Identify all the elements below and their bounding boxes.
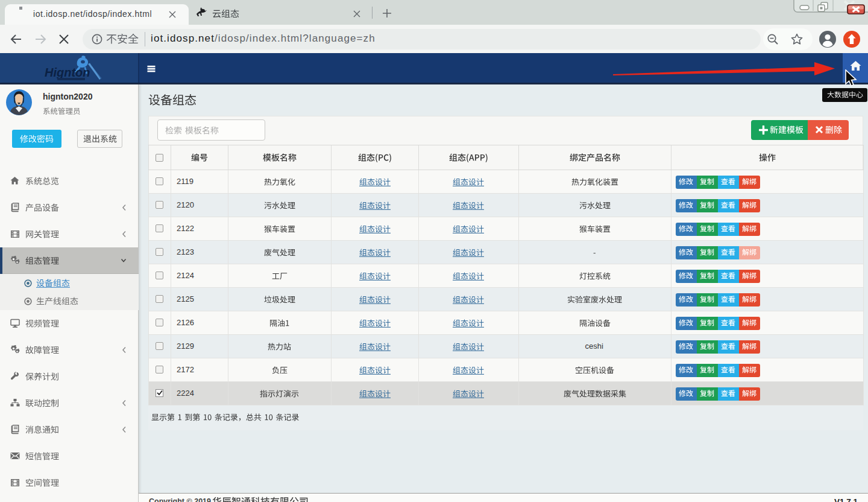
svg-text:Hignton: Hignton (45, 66, 90, 79)
